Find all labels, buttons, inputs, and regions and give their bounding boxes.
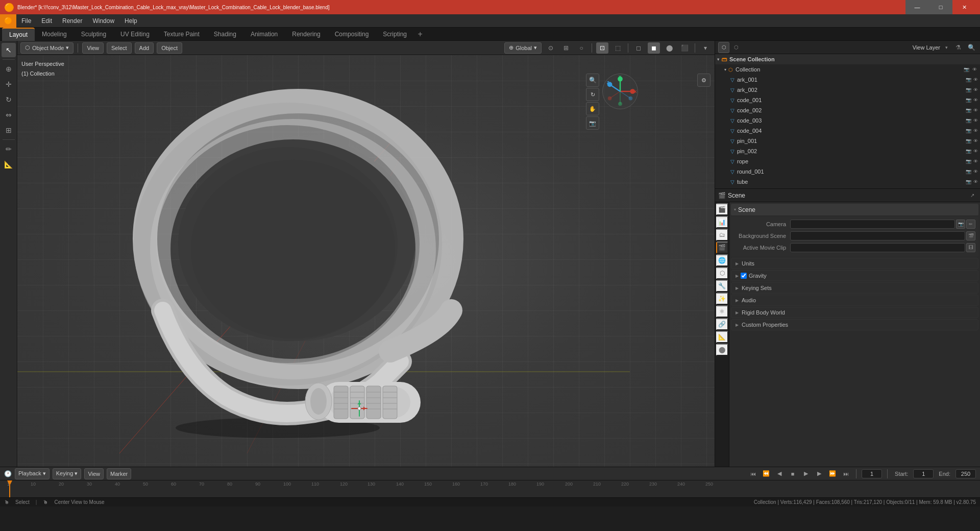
outliner-item-collection[interactable]: ▾ ⬡ Collection 📷 👁 <box>715 64 980 75</box>
skip-start-btn[interactable]: ⏮ <box>748 469 758 479</box>
keying-sets-section[interactable]: ▶ Keying Sets <box>731 282 978 294</box>
camera-browse-btn[interactable]: 📷 <box>956 220 965 229</box>
viewport-overlay-toggle[interactable]: ⊡ <box>596 42 608 54</box>
outliner-scene-collection[interactable]: ▾ 🗃 Scene Collection <box>715 54 980 64</box>
view-settings-btn[interactable]: ⚙ <box>697 74 710 87</box>
viewport-material-btn[interactable]: ⬤ <box>663 42 675 54</box>
marker-btn[interactable]: Marker <box>107 468 131 479</box>
outliner-icon-2[interactable]: ⬡ <box>730 42 742 53</box>
skip-end-btn[interactable]: ⏭ <box>841 469 851 479</box>
camera-view-btn[interactable]: 📷 <box>586 116 599 130</box>
item-restrict-v3[interactable]: 👁 <box>973 98 978 103</box>
item-restrict-r2[interactable]: 📷 <box>966 87 971 92</box>
camera-new-btn[interactable]: ✏ <box>966 220 975 229</box>
scale-tool-button[interactable]: ⇔ <box>2 108 16 122</box>
next-keyframe-btn[interactable]: ▶ <box>814 469 824 479</box>
tab-texture-paint[interactable]: Texture Paint <box>157 28 207 41</box>
rigid-body-section[interactable]: ▶ Rigid Body World <box>731 307 978 318</box>
item-restrict-r10[interactable]: 📷 <box>966 169 971 174</box>
rotate-tool-button[interactable]: ↻ <box>2 92 16 107</box>
outliner-item-ark002[interactable]: ▽ ark_002 📷 👁 <box>715 85 980 95</box>
prop-tab-scene[interactable]: 🎬 <box>716 242 728 254</box>
playback-btn[interactable]: Playback ▾ <box>15 468 50 479</box>
prop-tab-object[interactable]: ⬡ <box>716 267 728 279</box>
viewport-proportional-btn[interactable]: ○ <box>575 42 587 54</box>
item-restrict-v1[interactable]: 👁 <box>973 77 978 82</box>
prop-tab-particles[interactable]: ✨ <box>716 293 728 305</box>
prop-tab-modifier[interactable]: 🔧 <box>716 280 728 292</box>
prop-tab-data[interactable]: 📐 <box>716 331 728 343</box>
tab-shading[interactable]: Shading <box>207 28 243 41</box>
viewport-wireframe-btn[interactable]: ◻ <box>632 42 645 54</box>
menu-render[interactable]: Render <box>57 14 87 28</box>
timeline-scrubber[interactable]: 1 10 20 30 40 50 60 70 80 90 100 110 120… <box>0 480 980 497</box>
prop-tab-physics[interactable]: ⚛ <box>716 305 728 318</box>
maximize-button[interactable]: □ <box>929 0 952 14</box>
zoom-btn[interactable]: 🔍 <box>586 74 599 87</box>
outliner-item-code003[interactable]: ▽ code_003 📷 👁 <box>715 115 980 126</box>
outliner-item-rope[interactable]: ▽ rope 📷 👁 <box>715 156 980 166</box>
outliner-item-code001[interactable]: ▽ code_001 📷 👁 <box>715 95 980 105</box>
outliner-filter-btn[interactable]: ⚗ <box>952 42 964 53</box>
outliner-item-round001[interactable]: ▽ round_001 📷 👁 <box>715 166 980 177</box>
gizmo-widget[interactable]: X Y Z 🔍 ↻ ✋ 📷 <box>602 74 643 114</box>
prev-frame-btn[interactable]: ⏪ <box>761 469 771 479</box>
measure-tool-button[interactable]: 📐 <box>2 157 16 172</box>
viewport-solid-btn[interactable]: ◼ <box>648 42 660 54</box>
add-workspace-button[interactable]: + <box>414 28 426 40</box>
item-restrict-r1[interactable]: 📷 <box>966 77 971 82</box>
tab-rendering[interactable]: Rendering <box>285 28 327 41</box>
outliner-item-pin002[interactable]: ▽ pin_002 📷 👁 <box>715 146 980 156</box>
annotate-tool-button[interactable]: ✏ <box>2 142 16 156</box>
outliner-icon-1[interactable]: ⬡ <box>718 42 729 53</box>
item-restrict-r7[interactable]: 📷 <box>966 138 971 143</box>
viewport-snap-btn[interactable]: ⊞ <box>560 42 572 54</box>
item-restrict-r5[interactable]: 📷 <box>966 118 971 123</box>
menu-window[interactable]: Window <box>87 14 119 28</box>
mode-selector[interactable]: ⬡ Object Mode ▾ <box>20 42 74 54</box>
item-restrict-v8[interactable]: 👁 <box>973 149 978 154</box>
menu-file[interactable]: File <box>16 14 36 28</box>
properties-expand-btn[interactable]: ↗ <box>968 191 977 200</box>
play-btn[interactable]: ▶ <box>801 469 811 479</box>
add-menu[interactable]: Add <box>135 42 154 54</box>
minimize-button[interactable]: — <box>905 0 929 14</box>
viewport-canvas[interactable]: User Perspective (1) Collection <box>17 55 715 467</box>
keying-btn[interactable]: Keying ▾ <box>53 468 82 479</box>
item-restrict-r11[interactable]: 📷 <box>966 179 971 184</box>
prop-tab-output[interactable]: 📊 <box>716 216 728 228</box>
select-tool-button[interactable]: ↖ <box>2 43 16 57</box>
item-restrict-v7[interactable]: 👁 <box>973 138 978 143</box>
audio-section[interactable]: ▶ Audio <box>731 295 978 306</box>
tab-animation[interactable]: Animation <box>243 28 285 41</box>
outliner-item-tube[interactable]: ▽ tube 📷 👁 <box>715 177 980 187</box>
stop-btn[interactable]: ■ <box>788 469 798 479</box>
item-restrict-v2[interactable]: 👁 <box>973 87 978 92</box>
units-section[interactable]: ▶ Units <box>731 258 978 269</box>
item-restrict-v6[interactable]: 👁 <box>973 128 978 133</box>
tab-scripting[interactable]: Scripting <box>376 28 414 41</box>
viewport-global-transform[interactable]: ⊕ Global ▾ <box>504 42 542 54</box>
item-restrict-r3[interactable]: 📷 <box>966 98 971 103</box>
item-restrict-view[interactable]: 👁 <box>971 67 978 72</box>
cursor-tool-button[interactable]: ⊕ <box>2 62 16 76</box>
item-restrict-r4[interactable]: 📷 <box>966 108 971 113</box>
close-button[interactable]: ✕ <box>952 0 976 14</box>
item-restrict-v11[interactable]: 👁 <box>973 179 978 184</box>
item-restrict-v5[interactable]: 👁 <box>973 118 978 123</box>
tab-sculpting[interactable]: Sculpting <box>74 28 113 41</box>
prop-tab-world[interactable]: 🌐 <box>716 254 728 267</box>
outliner-item-pin001[interactable]: ▽ pin_001 📷 👁 <box>715 136 980 146</box>
end-frame-input[interactable] <box>955 469 976 478</box>
gizmo-circle[interactable]: X Y Z <box>602 74 638 109</box>
viewport-xray-toggle[interactable]: ⬚ <box>611 42 624 54</box>
item-restrict-r6[interactable]: 📷 <box>966 128 971 133</box>
menu-help[interactable]: Help <box>119 14 142 28</box>
scene-section-header[interactable]: ▾ Scene <box>731 204 978 216</box>
tab-uv-editing[interactable]: UV Editing <box>113 28 157 41</box>
view-tl-btn[interactable]: View <box>84 468 104 479</box>
movie-clip-field[interactable] <box>790 243 965 252</box>
viewport-cursor-btn[interactable]: ⊙ <box>545 42 557 54</box>
transform-tool-button[interactable]: ⊞ <box>2 123 16 137</box>
outliner-search-btn[interactable]: 🔍 <box>966 42 977 53</box>
